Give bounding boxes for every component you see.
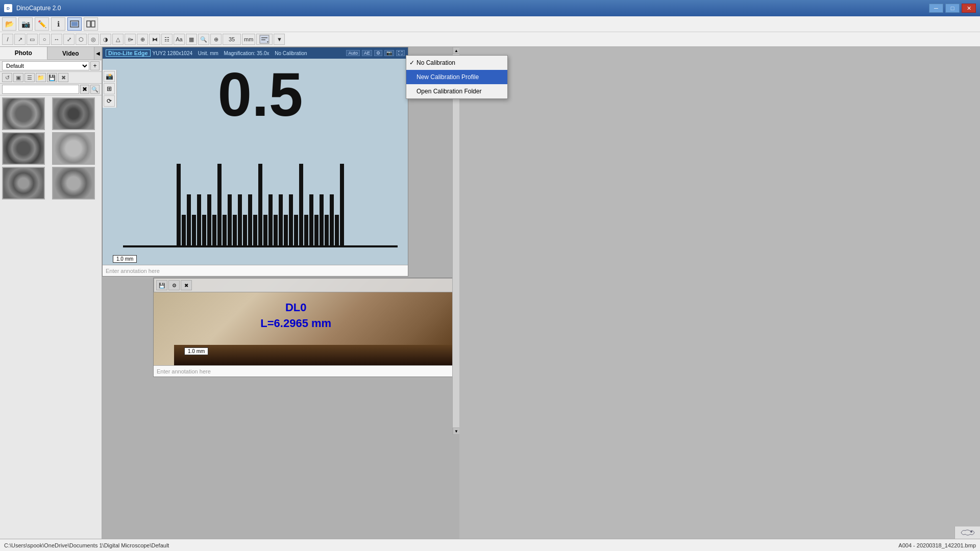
link-tool[interactable]: ⧓ (149, 34, 160, 45)
side-tool-snap[interactable]: 📸 (104, 71, 115, 82)
thumbnail-item[interactable] (2, 97, 45, 130)
cam-btn-snap[interactable]: 📷 (384, 50, 394, 56)
side-tool-fit[interactable]: ⊞ (104, 83, 115, 94)
grid-tool[interactable]: ☷ (161, 34, 173, 45)
scroll-up-arrow[interactable]: ▲ (453, 47, 459, 54)
side-tool-rotate[interactable]: ⟳ (104, 95, 115, 107)
circle-meas-tool[interactable]: ◎ (88, 34, 99, 45)
annotation-bar-bottom[interactable]: Enter annotation here (154, 365, 452, 377)
zoom-tool[interactable]: 🔍 (198, 34, 209, 45)
thumbnail-item[interactable] (2, 167, 45, 199)
layer-tool[interactable]: ▦ (186, 34, 197, 45)
thumbnail-item[interactable] (52, 132, 95, 165)
measure-line-tool[interactable]: ↔ (51, 34, 62, 45)
search-input[interactable] (2, 85, 79, 94)
search-row: ✖ 🔍 (0, 84, 102, 95)
search-clear-btn[interactable]: ✖ (80, 85, 89, 94)
magnification-input[interactable]: 35 (223, 34, 241, 45)
meas-btn-settings[interactable]: ⚙ (168, 280, 180, 290)
svg-point-8 (970, 531, 972, 533)
camera-brand: Dino-Lite Edge (106, 49, 151, 57)
status-path: C:\Users\spook\OneDrive\Documents 1\Digi… (4, 542, 888, 548)
scroll-down-arrow[interactable]: ▼ (453, 428, 459, 435)
search-button[interactable]: 🔍 (90, 85, 100, 94)
main-scrollbar[interactable]: ▲ ▼ (452, 47, 459, 435)
camera-info: YUY2 1280x1024 Unit. mm Magnification: 3… (153, 51, 310, 56)
info-btn[interactable]: ℹ (51, 17, 65, 31)
cam-resolution: YUY2 1280x1024 (153, 51, 192, 56)
cam-unit: Unit. mm (198, 51, 218, 56)
tab-video[interactable]: Video (47, 47, 95, 60)
thumbnail-item[interactable] (52, 97, 95, 130)
cam-magnification: Magnification: 35.0x (224, 51, 270, 56)
app-icon: D (4, 4, 12, 12)
edit-btn[interactable]: ✏️ (35, 17, 49, 31)
maximize-button[interactable]: □ (945, 4, 960, 13)
tab-photo[interactable]: Photo (0, 47, 47, 60)
panel-tool-view2[interactable]: ☰ (24, 73, 35, 82)
title-bar: D DinoCapture 2.0 ─ □ ✕ (0, 0, 980, 16)
panel-tool-view1[interactable]: ▣ (13, 73, 23, 82)
title-bar-left: D DinoCapture 2.0 (4, 4, 61, 12)
toolbar-area: 📂 📷 ✏️ ℹ / ↗ ▭ ○ ↔ ⤢ ⬡ ◎ ◑ △ ⌲ ⊕ ⧓ ☷ Aa … (0, 16, 980, 47)
panel-tool-folder[interactable]: 📁 (36, 73, 46, 82)
draw-rect-tool[interactable]: ▭ (27, 34, 38, 45)
ruler-marks (123, 135, 398, 247)
cal-arrow-btn[interactable]: ▼ (274, 34, 285, 45)
image-panel-top: Dino-Lite Edge YUY2 1280x1024 Unit. mm M… (102, 47, 408, 277)
meas-toolbar: 💾 ⚙ ✖ (154, 278, 452, 292)
view-btn1[interactable] (67, 17, 82, 31)
draw-line-tool[interactable]: / (2, 34, 13, 45)
add-measure-tool[interactable]: ⊕ (210, 34, 222, 45)
check-icon: ✓ (409, 59, 414, 66)
panels-wrapper: Dino-Lite Edge YUY2 1280x1024 Unit. mm M… (102, 47, 459, 435)
open-folder-btn[interactable]: 📂 (2, 17, 16, 31)
thumbnail-item[interactable] (52, 167, 95, 199)
cam-btn-zoom[interactable]: ⛶ (396, 50, 405, 56)
unit-display: mm (242, 34, 255, 45)
thumbnail-item[interactable] (2, 132, 45, 165)
combined-panels: Dino-Lite Edge YUY2 1280x1024 Unit. mm M… (102, 47, 452, 435)
cam-btn-ae[interactable]: AE (362, 50, 372, 56)
crosshair-tool[interactable]: ⊕ (137, 34, 148, 45)
status-bar: C:\Users\spook\OneDrive\Documents 1\Digi… (0, 539, 980, 551)
arc-tool[interactable]: ◑ (100, 34, 111, 45)
folder-select[interactable]: Default (2, 61, 89, 70)
meas-btn-close[interactable]: ✖ (181, 280, 192, 290)
content-area: Dino-Lite Edge YUY2 1280x1024 Unit. mm M… (102, 47, 980, 539)
main-layout: Photo Video ◀ Default + ↺ ▣ ☰ 📁 💾 ✖ ✖ 🔍 (0, 47, 980, 539)
cam-calibration: No Calibration (275, 51, 307, 56)
menu-item-new-cal[interactable]: New Calibration Profile (406, 70, 507, 84)
panel-tool-refresh[interactable]: ↺ (2, 73, 12, 82)
cam-info-right: Auto AE ⚙ 📷 ⛶ (346, 50, 405, 56)
measure-angle-tool[interactable]: ⤢ (63, 34, 75, 45)
draw-arrow-tool[interactable]: ↗ (14, 34, 26, 45)
view-btn2[interactable] (84, 17, 98, 31)
thumbnail-grid (0, 95, 102, 539)
cam-btn-auto[interactable]: Auto (346, 50, 360, 56)
meas-btn-save[interactable]: 💾 (156, 280, 167, 290)
camera-header: Dino-Lite Edge YUY2 1280x1024 Unit. mm M… (103, 47, 408, 59)
menu-item-open-cal[interactable]: Open Calibration Folder (406, 84, 507, 98)
add-folder-btn[interactable]: + (90, 61, 100, 70)
menu-item-no-cal[interactable]: ✓ No Calibration (406, 56, 507, 70)
polygon-tool[interactable]: ⬡ (76, 34, 87, 45)
triangle-tool[interactable]: △ (112, 34, 124, 45)
profile-tool[interactable]: ⌲ (125, 34, 136, 45)
panel-tool-delete[interactable]: ✖ (58, 73, 68, 82)
capture-btn[interactable]: 📷 (18, 17, 33, 31)
panel-tool-save[interactable]: 💾 (47, 73, 57, 82)
cam-btn-settings[interactable]: ⚙ (374, 50, 382, 56)
image-panel-bottom-container: DL0 L=6.2965 mm 💾 ⚙ ✖ (153, 278, 452, 377)
draw-circle-tool[interactable]: ○ (39, 34, 50, 45)
folder-select-row: Default + (0, 60, 102, 72)
minimize-button[interactable]: ─ (929, 4, 943, 13)
panel-tabs: Photo Video ◀ (0, 47, 102, 60)
calibration-dropdown-btn[interactable] (256, 34, 273, 45)
text-tool[interactable]: Aa (174, 34, 185, 45)
close-button[interactable]: ✕ (962, 4, 976, 13)
panel-collapse-btn[interactable]: ◀ (94, 47, 102, 60)
right-area (459, 47, 980, 539)
annotation-bar-top[interactable]: Enter annotation here (103, 265, 408, 276)
side-toolbar: 📸 ⊞ ⟳ (103, 70, 117, 108)
